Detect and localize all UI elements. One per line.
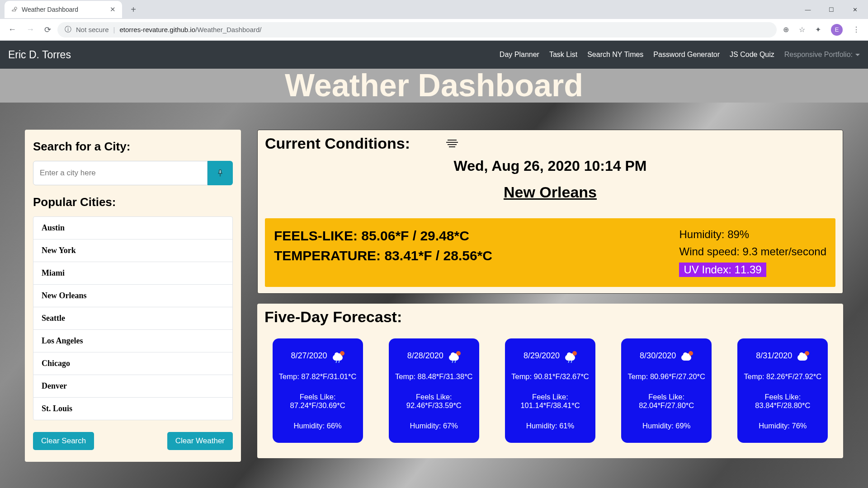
clear-search-button[interactable]: Clear Search [33, 432, 94, 450]
url-field[interactable]: ⓘ Not secure | etorres-revature.github.i… [57, 22, 777, 38]
browser-chrome: Weather Dashboard ✕ + — ☐ ✕ ← → ⟳ ⓘ Not … [0, 0, 868, 41]
forecast-date: 8/27/2020 [291, 351, 327, 361]
city-list: Austin New York Miami New Orleans Seattl… [33, 216, 233, 420]
nav-link[interactable]: Day Planner [500, 51, 539, 59]
forecast-temp: Temp: 82.26*F/27.92*C [742, 372, 823, 381]
url-text: etorres-revature.github.io/Weather_Dashb… [119, 26, 261, 33]
forecast-temp: Temp: 88.48*F/31.38*C [393, 372, 475, 381]
profile-avatar[interactable]: E [831, 24, 843, 36]
forecast-day: 8/31/2020Temp: 82.26*F/27.92*CFeels Like… [737, 338, 828, 443]
bookmark-icon[interactable]: ☆ [799, 25, 805, 34]
city-item[interactable]: Chicago [33, 352, 232, 375]
nav-link[interactable]: JS Code Quiz [730, 51, 774, 59]
forecast-date: 8/29/2020 [524, 351, 560, 361]
popular-cities-label: Popular Cities: [33, 195, 233, 209]
navbar-links: Day Planner Task List Search NY Times Pa… [500, 51, 860, 59]
app-navbar: Eric D. Torres Day Planner Task List Sea… [0, 41, 868, 69]
tab-close-icon[interactable]: ✕ [110, 5, 116, 14]
current-conditions-card: Current Conditions: Wed, Aug 26, 2020 10… [257, 130, 843, 294]
wind-value: Wind speed: 9.3 meter/second [679, 245, 826, 258]
chevron-down-icon [855, 54, 860, 56]
info-icon: ⓘ [65, 25, 71, 34]
city-item[interactable]: St. Louis [33, 398, 232, 420]
search-sidebar: Search for a City: Popular Cities: Austi… [25, 130, 241, 462]
forecast-temp: Temp: 80.96*F/27.20*C [626, 372, 707, 381]
tab-bar: Weather Dashboard ✕ + — ☐ ✕ [0, 0, 868, 19]
forecast-humidity: Humidity: 76% [742, 422, 823, 430]
forecast-feels-like: Feels Like: 83.84*F/28.80*C [742, 393, 823, 410]
favicon-weather-icon [11, 6, 18, 13]
forecast-date: 8/30/2020 [640, 351, 676, 361]
nav-link[interactable]: Search NY Times [587, 51, 643, 59]
extensions-icon[interactable]: ✦ [815, 25, 821, 34]
forecast-feels-like: Feels Like: 87.24*F/30.69*C [277, 393, 359, 410]
browser-tab[interactable]: Weather Dashboard ✕ [5, 1, 122, 18]
reload-icon[interactable]: ⟳ [44, 25, 51, 35]
forecast-row: 8/27/2020Temp: 87.82*F/31.01*CFeels Like… [264, 338, 836, 443]
navbar-brand[interactable]: Eric D. Torres [8, 49, 71, 61]
nav-dropdown-portfolio[interactable]: Responsive Portfolio: [784, 51, 860, 59]
forecast-temp: Temp: 87.82*F/31.01*C [277, 372, 359, 381]
rain-cloud-icon [449, 352, 461, 361]
forecast-feels-like: Feels Like: 92.46*F/33.59*C [393, 393, 475, 410]
forecast-day: 8/29/2020Temp: 90.81*F/32.67*CFeels Like… [505, 338, 595, 443]
uv-index-value: UV Index: 11.39 [679, 263, 766, 277]
search-label: Search for a City: [33, 140, 233, 154]
tab-title: Weather Dashboard [22, 6, 78, 13]
forecast-feels-like: Feels Like: 82.04*F/27.80*C [626, 393, 707, 410]
current-heading: Current Conditions: [265, 135, 410, 152]
address-bar: ← → ⟳ ⓘ Not secure | etorres-revature.gi… [0, 19, 868, 41]
clear-weather-button[interactable]: Clear Weather [167, 432, 233, 450]
city-item[interactable]: Los Angeles [33, 330, 232, 352]
forecast-day: 8/27/2020Temp: 87.82*F/31.01*CFeels Like… [273, 338, 363, 443]
forecast-temp: Temp: 90.81*F/32.67*C [509, 372, 591, 381]
partly-cloudy-icon [797, 352, 809, 361]
current-metrics: FEELS-LIKE: 85.06*F / 29.48*C TEMPERATUR… [265, 218, 835, 287]
forecast-humidity: Humidity: 69% [626, 422, 707, 430]
close-window-icon[interactable]: ✕ [844, 0, 866, 19]
minimize-icon[interactable]: — [797, 0, 819, 19]
fog-icon [446, 140, 458, 147]
forecast-heading: Five-Day Forecast: [264, 308, 836, 326]
security-label: Not secure [76, 26, 109, 33]
feels-like-value: FEELS-LIKE: 85.06*F / 29.48*C [274, 228, 492, 244]
main-content: Current Conditions: Wed, Aug 26, 2020 10… [257, 130, 843, 458]
partly-cloudy-icon [681, 352, 693, 361]
nav-link[interactable]: Task List [549, 51, 577, 59]
search-button[interactable] [208, 161, 233, 185]
forecast-humidity: Humidity: 67% [393, 422, 475, 430]
new-tab-button[interactable]: + [127, 3, 140, 16]
city-item[interactable]: Seattle [33, 307, 232, 330]
forecast-date: 8/31/2020 [756, 351, 792, 361]
city-item[interactable]: Austin [33, 217, 232, 239]
forecast-card: Five-Day Forecast: 8/27/2020Temp: 87.82*… [257, 304, 843, 458]
city-item[interactable]: Denver [33, 375, 232, 398]
window-controls: — ☐ ✕ [797, 0, 868, 19]
city-item[interactable]: New Orleans [33, 285, 232, 307]
forecast-date: 8/28/2020 [407, 351, 443, 361]
forward-icon[interactable]: → [26, 25, 34, 34]
rain-cloud-icon [565, 352, 577, 361]
forecast-humidity: Humidity: 66% [277, 422, 359, 430]
rain-cloud-icon [333, 352, 344, 361]
temperature-value: TEMPERATURE: 83.41*F / 28.56*C [274, 248, 492, 263]
back-icon[interactable]: ← [8, 25, 16, 34]
page-header: Weather Dashboard [0, 69, 868, 103]
forecast-day: 8/30/2020Temp: 80.96*F/27.20*CFeels Like… [621, 338, 712, 443]
current-datetime: Wed, Aug 26, 2020 10:14 PM [265, 158, 835, 174]
current-city: New Orleans [265, 183, 835, 201]
city-item[interactable]: Miami [33, 262, 232, 285]
city-search-input[interactable] [33, 161, 208, 185]
humidity-value: Humidity: 89% [679, 228, 826, 241]
pin-icon [216, 168, 224, 178]
forecast-feels-like: Feels Like: 101.14*F/38.41*C [509, 393, 591, 410]
nav-link[interactable]: Password Generator [653, 51, 720, 59]
page-title: Weather Dashboard [0, 69, 868, 103]
zoom-icon[interactable]: ⊕ [783, 25, 789, 34]
forecast-day: 8/28/2020Temp: 88.48*F/31.38*CFeels Like… [389, 338, 479, 443]
menu-icon[interactable]: ⋮ [853, 25, 860, 34]
forecast-humidity: Humidity: 61% [509, 422, 591, 430]
maximize-icon[interactable]: ☐ [820, 0, 843, 19]
city-item[interactable]: New York [33, 239, 232, 262]
